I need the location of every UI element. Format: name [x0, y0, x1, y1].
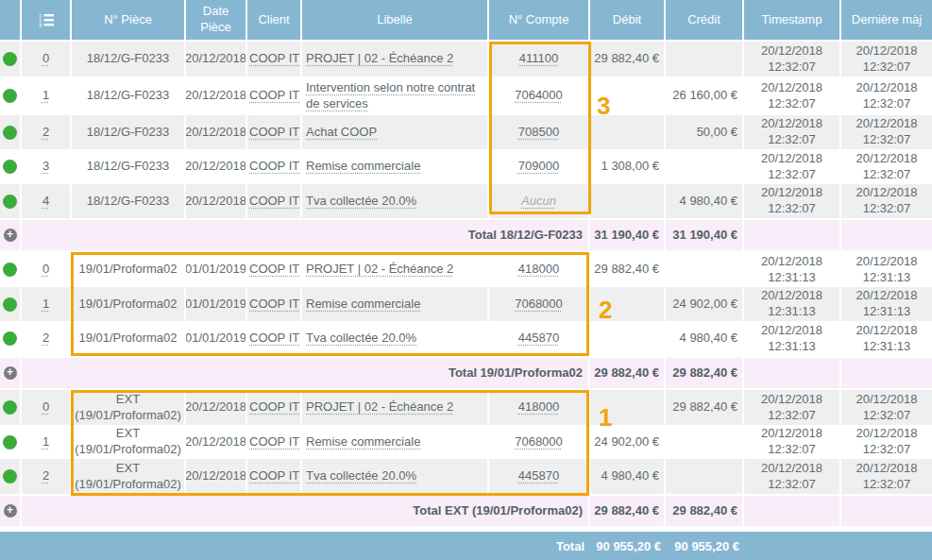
expand-group-icon[interactable] — [4, 504, 17, 518]
date-cell: 20/12/2018 — [186, 115, 247, 149]
libelle-cell[interactable]: PROJET | 02 - Échéance 2 — [302, 252, 489, 287]
expand-cell[interactable] — [0, 496, 22, 526]
expand-cell[interactable] — [0, 358, 22, 388]
sequence-cell[interactable]: 1 — [22, 425, 72, 459]
compte-cell[interactable]: 708500 — [489, 115, 590, 149]
libelle-cell[interactable]: Tva collectée 20.0% — [302, 184, 489, 218]
header-derniere-maj[interactable]: Dernière màj — [841, 0, 932, 40]
sequence-cell[interactable]: 4 — [22, 184, 72, 218]
debit-cell: 4 980,40 € — [590, 459, 666, 494]
sequence-cell[interactable]: 2 — [22, 321, 72, 356]
compte-cell[interactable]: 418000 — [489, 252, 590, 287]
status-cell — [0, 252, 22, 287]
client-cell[interactable]: COOP IT — [247, 287, 302, 321]
compte-cell[interactable]: 445870 — [489, 321, 590, 356]
header-compte[interactable]: N° Compte — [489, 0, 590, 40]
client-cell[interactable]: COOP IT — [247, 321, 302, 356]
client-cell[interactable]: COOP IT — [247, 252, 302, 287]
expand-cell[interactable] — [0, 220, 22, 250]
client-cell[interactable]: COOP IT — [247, 115, 302, 149]
status-dot-icon — [3, 435, 17, 450]
compte-cell[interactable]: 7068000 — [489, 425, 590, 459]
client-cell[interactable]: COOP IT — [247, 425, 302, 459]
credit-cell: 4 980,40 € — [666, 321, 744, 356]
libelle-cell[interactable]: Remise commerciale — [302, 149, 489, 184]
expand-group-icon[interactable] — [4, 229, 17, 242]
date-cell: 01/01/2019 — [186, 252, 247, 287]
status-cell — [0, 184, 22, 218]
sequence-cell[interactable]: 1 — [22, 287, 72, 321]
piece-cell: EXT (19/01/Proforma02) — [72, 459, 186, 494]
svg-text:3: 3 — [39, 22, 42, 26]
credit-cell: 24 902,00 € — [666, 287, 744, 321]
client-cell[interactable]: COOP IT — [247, 149, 302, 184]
derniere-maj-cell: 20/12/2018 12:32:07 — [841, 115, 932, 149]
libelle-cell[interactable]: Remise commerciale — [302, 425, 489, 459]
header-client[interactable]: Client — [247, 0, 302, 40]
compte-cell[interactable]: 709000 — [489, 149, 590, 184]
date-cell: 20/12/2018 — [186, 42, 247, 76]
client-cell[interactable]: COOP IT — [247, 184, 302, 218]
compte-cell[interactable]: 411100 — [489, 42, 590, 76]
credit-cell: 4 980,40 € — [666, 184, 744, 218]
sequence-cell[interactable]: 0 — [22, 390, 72, 425]
expand-group-icon[interactable] — [4, 366, 17, 380]
credit-cell: 50,00 € — [666, 115, 744, 149]
piece-cell: 18/12/G-F0233 — [72, 149, 186, 184]
table-row: 1 19/01/Proforma02 01/01/2019 COOP IT Re… — [0, 287, 932, 321]
credit-cell — [666, 149, 744, 184]
client-cell[interactable]: COOP IT — [247, 390, 302, 425]
date-cell: 20/12/2018 — [186, 184, 247, 218]
libelle-cell[interactable]: Intervention selon notre contrat de serv… — [302, 76, 489, 115]
libelle-cell[interactable]: Tva collectée 20.0% — [302, 321, 489, 356]
header-debit[interactable]: Débit — [590, 0, 666, 40]
compte-cell[interactable]: 418000 — [489, 390, 590, 425]
credit-cell — [666, 459, 744, 494]
sequence-cell[interactable]: 0 — [22, 252, 72, 287]
libelle-cell[interactable]: Tva collectée 20.0% — [302, 459, 489, 494]
libelle-cell[interactable]: PROJET | 02 - Échéance 2 — [302, 42, 489, 76]
compte-cell[interactable]: 445870 — [489, 459, 590, 494]
group-total-timestamp — [744, 358, 841, 388]
libelle-cell[interactable]: PROJET | 02 - Échéance 2 — [302, 390, 489, 425]
debit-cell — [590, 115, 666, 149]
timestamp-cell: 20/12/2018 12:32:07 — [744, 390, 841, 425]
libelle-cell[interactable]: Remise commerciale — [302, 287, 489, 321]
sequence-cell[interactable]: 2 — [22, 459, 72, 494]
compte-cell[interactable]: 7064000 — [489, 76, 590, 115]
header-credit[interactable]: Crédit — [666, 0, 744, 40]
group-total-debit: 29 882,40 € — [590, 358, 666, 388]
header-timestamp[interactable]: Timestamp — [744, 0, 841, 40]
status-dot-icon — [3, 195, 17, 209]
sequence-cell[interactable]: 0 — [22, 42, 72, 76]
header-piece[interactable]: N° Pièce — [72, 0, 186, 40]
sequence-cell[interactable]: 1 — [22, 76, 72, 115]
table-row: 0 19/01/Proforma02 01/01/2019 COOP IT PR… — [0, 252, 932, 287]
group-total-row: Total 19/01/Proforma02 29 882,40 € 29 88… — [0, 356, 932, 390]
status-cell — [0, 425, 22, 459]
derniere-maj-cell: 20/12/2018 12:32:07 — [841, 149, 932, 184]
derniere-maj-cell: 20/12/2018 12:32:07 — [841, 390, 932, 425]
status-column-header — [0, 0, 22, 40]
piece-cell: EXT (19/01/Proforma02) — [72, 390, 186, 425]
libelle-cell[interactable]: Achat COOP — [302, 115, 489, 149]
derniere-maj-cell: 20/12/2018 12:31:13 — [841, 321, 932, 356]
client-cell[interactable]: COOP IT — [247, 459, 302, 494]
compte-cell[interactable]: Aucun — [489, 184, 590, 218]
timestamp-cell: 20/12/2018 12:32:07 — [744, 184, 841, 218]
derniere-maj-cell: 20/12/2018 12:31:13 — [841, 287, 932, 321]
sequence-cell[interactable]: 3 — [22, 149, 72, 184]
timestamp-cell: 20/12/2018 12:32:07 — [744, 76, 841, 115]
debit-cell: 29 882,40 € — [590, 42, 666, 76]
status-cell — [0, 149, 22, 184]
client-cell[interactable]: COOP IT — [247, 42, 302, 76]
sequence-cell[interactable]: 2 — [22, 115, 72, 149]
group-total-credit: 29 882,40 € — [666, 496, 744, 526]
header-libelle[interactable]: Libellé — [302, 0, 489, 40]
client-cell[interactable]: COOP IT — [247, 76, 302, 115]
table-row: 1 EXT (19/01/Proforma02) 20/12/2018 COOP… — [0, 425, 932, 459]
header-date-piece[interactable]: Date Pièce — [186, 0, 247, 40]
status-dot-icon — [3, 160, 17, 174]
compte-cell[interactable]: 7068000 — [489, 287, 590, 321]
piece-cell: 18/12/G-F0233 — [72, 184, 186, 218]
